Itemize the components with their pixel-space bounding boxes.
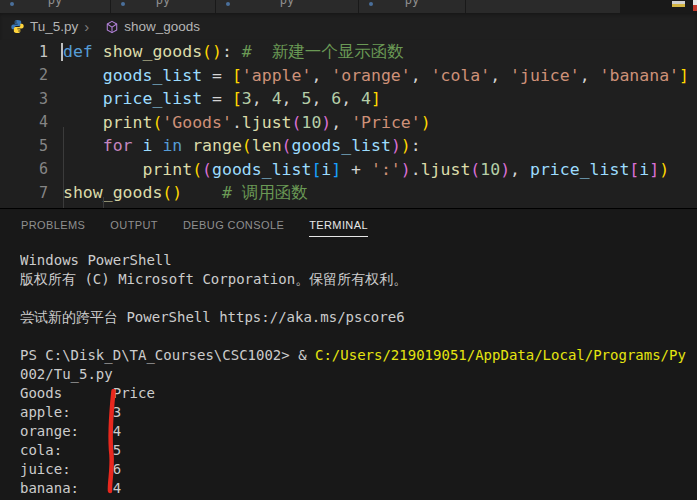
code-token: ) xyxy=(401,136,411,155)
tab-strip: pypypypy xyxy=(0,0,697,13)
file-icon xyxy=(369,2,373,6)
code-token: price_list xyxy=(103,89,202,108)
code-line: 3 price_list = [3, 4, 5, 6, 4] xyxy=(0,87,697,111)
code-editor[interactable]: 1def show_goods(): # 新建一个显示函数2 goods_lis… xyxy=(0,40,697,208)
code-token xyxy=(232,42,242,61)
editor-action-icon[interactable] xyxy=(672,1,685,7)
editor-tab-label-fragment: py xyxy=(156,0,170,6)
code-token: ) xyxy=(659,160,669,179)
code-token: range xyxy=(192,136,242,155)
editor-action-icon-part xyxy=(672,4,685,7)
code-token xyxy=(63,113,103,132)
code-token: ] xyxy=(649,160,659,179)
code-text: def show_goods(): # 新建一个显示函数 xyxy=(63,41,404,63)
editor-tab-5[interactable] xyxy=(466,0,620,13)
terminal-text: Goods Price xyxy=(20,385,155,401)
terminal-text: 版权所有 (C) Microsoft Corporation。保留所有权利。 xyxy=(20,271,407,287)
code-token: , xyxy=(311,66,331,85)
terminal-line: Goods Price xyxy=(20,384,697,403)
code-token xyxy=(182,183,222,202)
code-token: [ xyxy=(629,160,639,179)
editor-tab-1[interactable]: py xyxy=(0,0,110,13)
code-token: i xyxy=(143,136,153,155)
code-lines: 1def show_goods(): # 新建一个显示函数2 goods_lis… xyxy=(0,40,697,205)
code-line: 7show_goods() # 调用函数 xyxy=(0,181,697,205)
editor-tab-2[interactable]: py xyxy=(111,0,215,13)
terminal-text: orange: 4 xyxy=(20,423,121,439)
code-token: , xyxy=(490,66,510,85)
terminal-line: 版权所有 (C) Microsoft Corporation。保留所有权利。 xyxy=(20,270,697,289)
file-icon xyxy=(121,2,125,6)
code-token: len xyxy=(252,136,282,155)
code-token: ljust xyxy=(242,113,292,132)
panel-tab-problems[interactable]: PROBLEMS xyxy=(21,219,85,237)
code-token: 5 xyxy=(301,89,311,108)
code-line: 4 print('Goods'.ljust(10), 'Price') xyxy=(0,111,697,135)
code-token: ) xyxy=(172,183,182,202)
code-token: print xyxy=(103,113,153,132)
code-token: , xyxy=(252,89,272,108)
code-token: [ xyxy=(232,89,242,108)
code-token: for xyxy=(103,136,133,155)
terminal-text: 尝试新的跨平台 PowerShell https://aka.ms/pscore… xyxy=(20,309,405,325)
terminal-text: PS C:\Disk_D\TA_Courses\CSC1002> & xyxy=(20,347,315,363)
terminal-text: juice: 6 xyxy=(20,461,121,477)
terminal-line: apple: 3 xyxy=(20,403,697,422)
code-token xyxy=(182,136,192,155)
code-text: for i in range(len(goods_list)): xyxy=(63,136,421,155)
breadcrumb-symbol[interactable]: show_goods xyxy=(124,19,200,34)
code-token: 10 xyxy=(301,113,321,132)
terminal-text: cola: 5 xyxy=(20,442,121,458)
line-number: 1 xyxy=(0,43,48,61)
breadcrumb-file[interactable]: Tu_5.py xyxy=(30,19,78,34)
code-token: ( xyxy=(192,160,202,179)
code-token: ) xyxy=(391,136,401,155)
panel-tab-terminal[interactable]: TERMINAL xyxy=(309,219,368,237)
code-token: 'banana' xyxy=(600,66,679,85)
panel-tab-output[interactable]: OUTPUT xyxy=(110,219,158,237)
terminal-text: Windows PowerShell xyxy=(20,252,172,268)
edge-badge-part xyxy=(693,5,697,11)
panel-tab-debug-console[interactable]: DEBUG CONSOLE xyxy=(183,219,284,237)
editor-tab-3[interactable]: py xyxy=(216,0,358,13)
code-token: : xyxy=(222,42,232,61)
breadcrumb: Tu_5.py › show_goods xyxy=(0,13,697,40)
code-token xyxy=(63,66,103,85)
code-token xyxy=(63,89,103,108)
file-icon xyxy=(10,2,14,6)
code-token: : xyxy=(411,136,421,155)
editor-tab-4[interactable]: py xyxy=(359,0,465,13)
line-number: 7 xyxy=(0,184,48,202)
code-token: ( xyxy=(292,113,302,132)
code-text: goods_list = ['apple', 'orange', 'cola',… xyxy=(63,66,689,85)
code-token: in xyxy=(162,136,182,155)
panel-tab-bar: PROBLEMSOUTPUTDEBUG CONSOLETERMINAL xyxy=(21,209,697,247)
code-token: , xyxy=(411,66,431,85)
terminal-line: 002/Tu_5.py xyxy=(20,365,697,384)
terminal-line: orange: 4 xyxy=(20,422,697,441)
code-token: ) xyxy=(421,113,431,132)
terminal-text: banana: 4 xyxy=(20,480,121,496)
terminal-line xyxy=(20,327,697,346)
bottom-panel: PROBLEMSOUTPUTDEBUG CONSOLETERMINAL Wind… xyxy=(0,208,697,500)
code-token: ( xyxy=(282,136,292,155)
code-token: + xyxy=(341,160,371,179)
editor-tab-label-fragment: py xyxy=(48,0,62,6)
terminal[interactable]: Windows PowerShell版权所有 (C) Microsoft Cor… xyxy=(20,251,697,500)
code-token: . xyxy=(232,113,242,132)
code-token: # 调用函数 xyxy=(222,183,308,202)
code-token: 10 xyxy=(480,160,500,179)
terminal-text: C:/Users/219019051/AppData/Local/Program… xyxy=(315,347,686,363)
code-token: ) xyxy=(401,160,411,179)
code-token: ] xyxy=(679,66,689,85)
terminal-line: Windows PowerShell xyxy=(20,251,697,270)
code-token: 4 xyxy=(361,89,371,108)
code-line: 6 print((goods_list[i] + ':').ljust(10),… xyxy=(0,158,697,182)
edge-badge xyxy=(693,0,697,11)
code-token: 'juice' xyxy=(510,66,580,85)
code-token: 6 xyxy=(331,89,341,108)
terminal-text: 002/Tu_5.py xyxy=(20,366,113,382)
chevron-right-icon: › xyxy=(84,19,89,34)
code-token: 3 xyxy=(242,89,252,108)
code-token: goods_list xyxy=(212,160,311,179)
